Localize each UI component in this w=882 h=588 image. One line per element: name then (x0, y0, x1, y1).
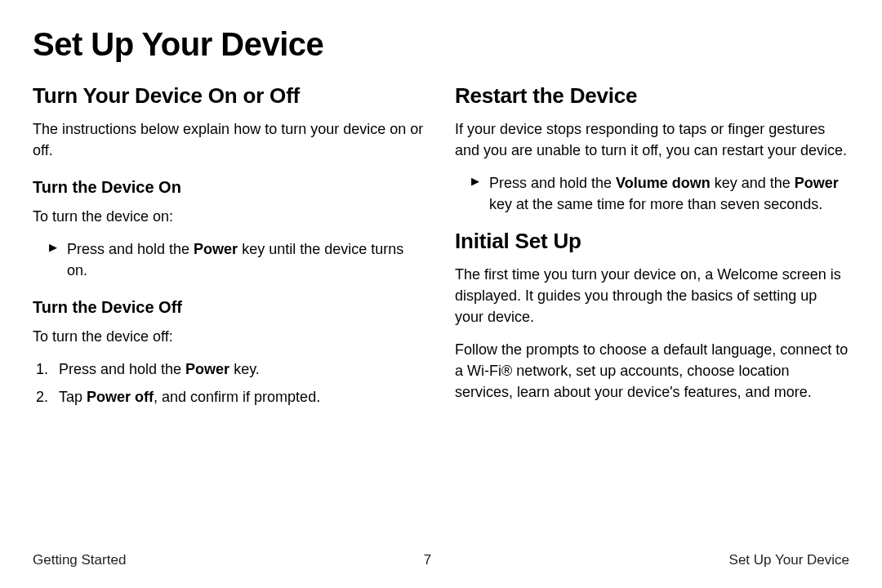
subheading-turn-on: Turn the Device On (33, 176, 427, 199)
list-item: Press and hold the Power key. (52, 359, 427, 380)
list-item: Tap Power off, and confirm if prompted. (52, 386, 427, 408)
step-text: Tap (59, 389, 87, 405)
step-bold: Power (795, 175, 839, 191)
turn-on-steps: Press and hold the Power key until the d… (33, 238, 427, 281)
step-bold: Power (185, 361, 229, 377)
step-text: Press and hold the (59, 361, 185, 377)
step-text: key and the (710, 175, 795, 191)
manual-page: Set Up Your Device Turn Your Device On o… (0, 0, 882, 588)
paragraph-intro: The instructions below explain how to tu… (33, 118, 427, 161)
page-footer: Getting Started 7 Set Up Your Device (33, 541, 849, 568)
paragraph-turn-on-lead: To turn the device on: (33, 206, 427, 227)
turn-off-steps: Press and hold the Power key. Tap Power … (33, 359, 427, 408)
footer-right: Set Up Your Device (729, 552, 849, 568)
step-text: , and confirm if prompted. (154, 389, 320, 405)
heading-turn-on-off: Turn Your Device On or Off (33, 81, 427, 112)
step-bold: Volume down (616, 175, 710, 191)
paragraph-restart-intro: If your device stops responding to taps … (455, 118, 849, 161)
page-title: Set Up Your Device (33, 26, 849, 63)
step-text: Press and hold the (489, 175, 616, 191)
paragraph-initial-2: Follow the prompts to choose a default l… (455, 339, 849, 403)
step-text: Press and hold the (67, 241, 194, 257)
footer-left: Getting Started (33, 552, 126, 568)
step-bold: Power off (87, 389, 154, 405)
list-item: Press and hold the Volume down key and t… (474, 172, 849, 215)
paragraph-initial-1: The first time you turn your device on, … (455, 264, 849, 327)
restart-steps: Press and hold the Volume down key and t… (455, 172, 849, 215)
paragraph-turn-off-lead: To turn the device off: (33, 326, 427, 347)
heading-initial-setup: Initial Set Up (455, 226, 849, 257)
step-text: key. (229, 361, 260, 377)
step-bold: Power (194, 241, 238, 257)
list-item: Press and hold the Power key until the d… (52, 238, 427, 281)
content-columns: Turn Your Device On or Off The instructi… (33, 81, 849, 541)
footer-page-number: 7 (424, 552, 431, 568)
subheading-turn-off: Turn the Device Off (33, 296, 427, 319)
step-text: key at the same time for more than seven… (489, 196, 822, 212)
heading-restart: Restart the Device (455, 81, 849, 112)
